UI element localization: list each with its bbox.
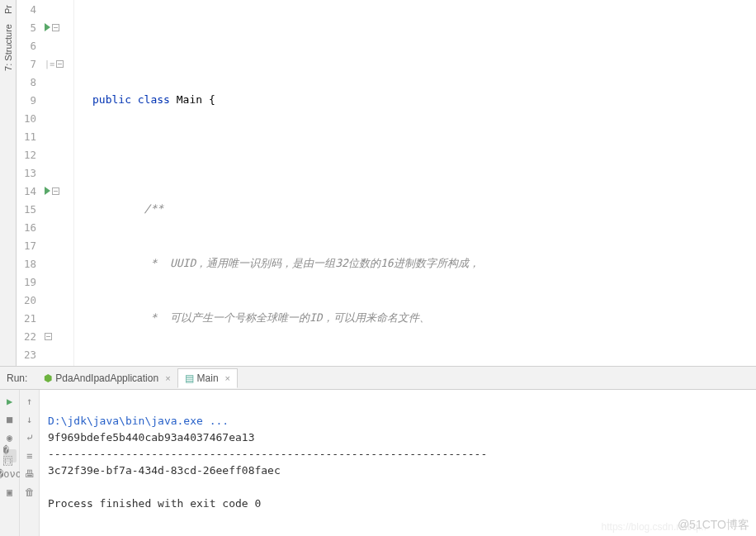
- line-number: 7: [17, 58, 41, 70]
- fold-icon[interactable]: [52, 24, 59, 31]
- tool-window-bar-left: Pr 7: Structure: [0, 0, 17, 366]
- line-number: 18: [17, 258, 41, 270]
- app-icon: ▤: [185, 372, 194, 384]
- fold-icon[interactable]: [52, 187, 59, 195]
- stop-icon[interactable]: ■: [3, 413, 17, 426]
- close-icon[interactable]: ×: [225, 373, 230, 383]
- line-number: 16: [17, 221, 41, 234]
- rerun-icon[interactable]: ▶: [3, 395, 17, 408]
- line-number: 9: [17, 94, 41, 107]
- console-output[interactable]: D:\jdk\java\bin\java.exe ... 9f969bdefe5…: [40, 390, 756, 536]
- line-number: 19: [17, 276, 41, 288]
- line-number: 22: [17, 330, 41, 343]
- line-number: 13: [17, 167, 41, 179]
- scroll-end-icon[interactable]: ≡: [23, 449, 36, 462]
- fold-icon[interactable]: [45, 333, 52, 340]
- run-label: Run:: [7, 372, 27, 384]
- print-icon[interactable]: 🖶: [23, 467, 36, 481]
- line-number: 5: [17, 21, 41, 34]
- line-number: 6: [17, 40, 41, 52]
- line-number: 14: [17, 185, 41, 197]
- up-icon[interactable]: ↑: [23, 395, 36, 408]
- close-icon[interactable]: ×: [165, 373, 170, 383]
- run-tab-pda[interactable]: ⬢ PdaAndIpadApplication×: [37, 369, 177, 387]
- run-toolbar-secondary: ↑ ↓ ⤶ ≡ 🖶 🗑: [20, 390, 40, 536]
- layout-icon[interactable]: �⿴: [3, 449, 17, 462]
- down-icon[interactable]: ↓: [23, 413, 36, 426]
- line-number: 23: [17, 349, 41, 361]
- soft-wrap-icon[interactable]: ⤶: [23, 431, 36, 444]
- project-tool-tab[interactable]: Pr: [3, 0, 13, 19]
- code-editor[interactable]: public class Main { /** * UUID，通用唯一识别码，是…: [74, 0, 756, 366]
- editor-gutter: 4 5 6 7|≡ 8 9 10 11 12 13 14 15 16 17 18…: [17, 0, 74, 366]
- run-toolbar-primary: ▶ ■ ◉ �⿴ �ονο ▣: [0, 390, 20, 536]
- line-number: 15: [17, 203, 41, 216]
- watermark-51cto: @51CTO博客: [678, 518, 749, 533]
- line-number: 10: [17, 112, 41, 125]
- run-tab-main[interactable]: ▤ Main×: [177, 368, 238, 388]
- line-number: 21: [17, 312, 41, 325]
- run-gutter-icon[interactable]: [45, 187, 50, 195]
- trash-icon[interactable]: 🗑: [23, 486, 36, 499]
- structure-tool-tab[interactable]: 7: Structure: [3, 19, 13, 76]
- line-number: 8: [17, 76, 41, 88]
- line-number: 12: [17, 149, 41, 161]
- line-number: 20: [17, 294, 41, 306]
- pin-icon[interactable]: ▣: [3, 486, 17, 499]
- spring-icon: ⬢: [44, 372, 52, 384]
- line-number: 11: [17, 130, 41, 143]
- doc-marker-icon: |≡: [45, 59, 54, 69]
- run-tool-window-header: Run: ⬢ PdaAndIpadApplication× ▤ Main×: [0, 367, 756, 390]
- run-gutter-icon[interactable]: [45, 23, 50, 31]
- dump-icon[interactable]: ◉: [3, 431, 17, 444]
- line-number: 4: [17, 3, 41, 16]
- exit-icon[interactable]: �ονο: [3, 467, 17, 481]
- line-number: 17: [17, 240, 41, 252]
- fold-icon[interactable]: [56, 60, 64, 68]
